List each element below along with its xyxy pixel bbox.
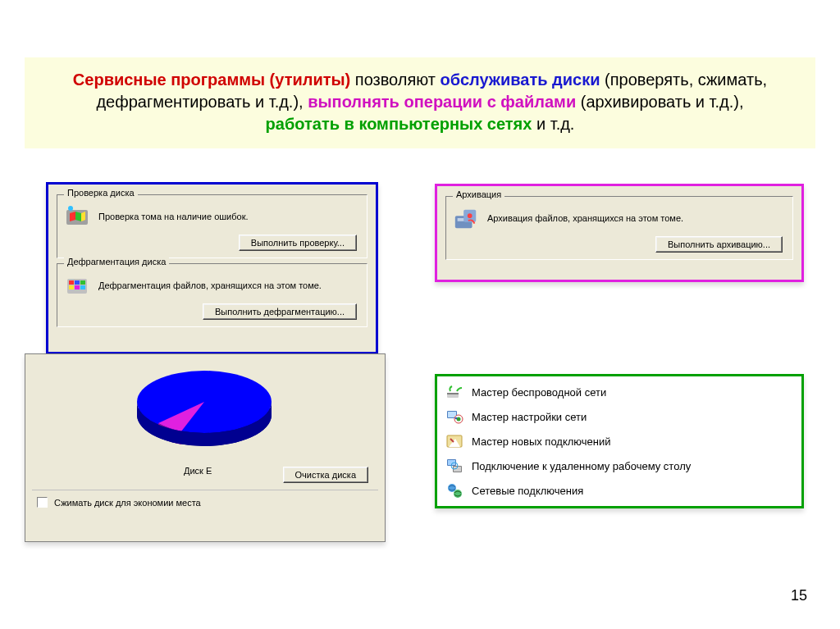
archive-icon [453, 205, 479, 231]
network-item-setup[interactable]: Мастер настройки сети [437, 404, 801, 429]
disk-label: Диск E [184, 466, 212, 476]
list-item-label: Мастер беспроводной сети [472, 386, 606, 399]
text-segment: обслуживать диски [441, 71, 600, 89]
list-item-label: Мастер настройки сети [472, 411, 587, 423]
compress-label: Сжимать диск для экономии места [54, 498, 201, 508]
header-description: Сервисные программы (утилиты) позволяют … [25, 57, 815, 148]
text-segment: Сервисные программы (утилиты) [73, 71, 350, 89]
text-segment: работать в компьютерных сетях [266, 115, 532, 133]
svg-rect-7 [75, 285, 80, 289]
check-disk-icon [64, 203, 90, 230]
list-item-label: Мастер новых подключений [472, 435, 611, 448]
wireless-icon [445, 383, 463, 401]
defrag-button[interactable]: Выполнить дефрагментацию... [203, 303, 357, 320]
check-disk-button[interactable]: Выполнить проверку... [239, 235, 357, 251]
svg-point-1 [68, 206, 73, 211]
svg-point-20 [457, 417, 461, 422]
text-segment: и т.д. [532, 115, 574, 133]
defrag-text: Дефрагментация файлов, хранящихся на это… [98, 280, 322, 290]
archive-button[interactable]: Выполнить архивацию... [655, 236, 783, 253]
compress-checkbox[interactable] [37, 497, 48, 508]
text-segment: выполнять операции с файлами [308, 93, 576, 111]
svg-point-14 [468, 213, 472, 218]
svg-rect-8 [80, 285, 85, 289]
svg-rect-3 [69, 280, 74, 285]
disk-tools-panel: Проверка диска Проверка тома на наличие … [46, 182, 378, 354]
archive-group: Архивация Архивация файлов, хранящихся н… [445, 196, 793, 260]
slide-number: 15 [791, 587, 807, 604]
check-disk-text: Проверка тома на наличие ошибок. [98, 212, 249, 221]
group-title: Проверка диска [64, 188, 138, 198]
svg-rect-6 [69, 285, 74, 289]
network-setup-icon [445, 408, 463, 426]
network-item-remote-desktop[interactable]: Подключение к удаленному рабочему столу [437, 454, 801, 478]
archive-panel: Архивация Архивация файлов, хранящихся н… [435, 184, 804, 282]
cleanup-button[interactable]: Очистка диска [283, 467, 368, 483]
svg-point-21 [455, 417, 457, 419]
defrag-icon [64, 272, 90, 299]
remote-desktop-icon [445, 457, 463, 475]
group-title: Дефрагментация диска [64, 257, 169, 267]
svg-rect-4 [75, 280, 80, 285]
check-disk-group: Проверка диска Проверка тома на наличие … [57, 194, 368, 258]
network-item-wireless[interactable]: Мастер беспроводной сети [437, 380, 801, 404]
network-connections-icon [445, 481, 463, 499]
new-connection-icon [445, 432, 463, 450]
svg-rect-16 [447, 393, 459, 394]
text-segment: позволяют [350, 71, 440, 89]
list-item-label: Подключение к удаленному рабочему столу [472, 460, 691, 472]
network-item-new-connection[interactable]: Мастер новых подключений [437, 429, 801, 454]
defrag-group: Дефрагментация диска Дефрагментация файл… [57, 263, 368, 327]
svg-rect-5 [80, 280, 85, 285]
archive-text: Архивация файлов, хранящихся на этом том… [487, 213, 683, 223]
list-item-label: Сетевые подключения [472, 485, 583, 497]
group-title: Архивация [453, 189, 504, 199]
network-panel: Мастер беспроводной сети Мастер настройк… [435, 374, 804, 508]
network-item-connections[interactable]: Сетевые подключения [437, 478, 801, 503]
disk-usage-chart: Диск E Очистка диска [32, 359, 378, 490]
text-segment: (архивировать и т.д.), [576, 93, 743, 111]
cleanup-panel: Диск E Очистка диска Сжимать диск для эк… [25, 353, 386, 542]
